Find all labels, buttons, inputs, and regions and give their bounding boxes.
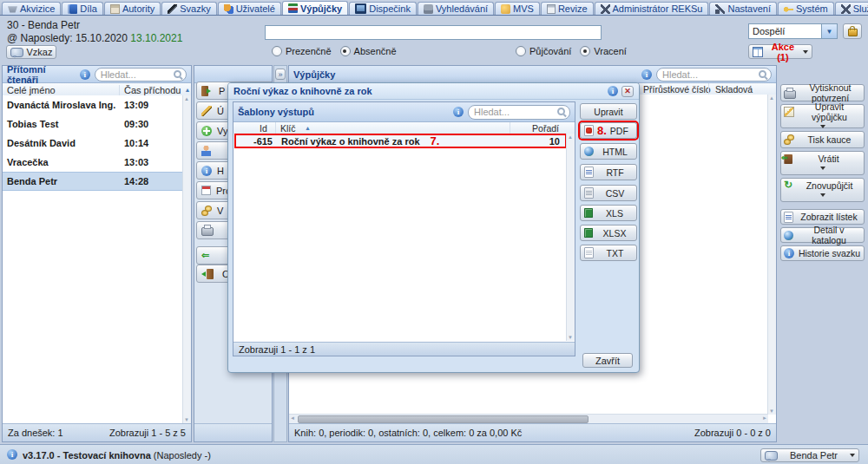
vytisknout-potvrzeni-button[interactable]: Vytisknout potvrzení [780,84,865,101]
info-icon[interactable] [608,86,618,96]
table-row[interactable]: Desátník David 10:14 [3,134,191,153]
tab-revize[interactable]: Revize [541,2,594,15]
vratit-button[interactable]: Vrátit [780,151,865,175]
akce-label: Akce (1) [766,42,799,62]
barcode-input[interactable] [265,25,602,40]
key-icon [784,4,793,14]
tab-administrator-reksu[interactable]: Administrátor REKSu [595,2,709,15]
scroll-right-icon[interactable]: ► [762,415,767,421]
sort-asc-icon: ▲ [305,125,311,131]
radio-pujcovani[interactable] [516,46,526,56]
message-bubble-icon [10,48,23,57]
tab-svazky[interactable]: Svazky [161,2,216,15]
vzkaz-button[interactable]: Vzkaz [6,45,56,59]
status-bar: v3.17.0 - Testovací knihovna (Naposledy … [0,444,868,464]
column-id[interactable]: Id [260,123,267,134]
table-row[interactable]: Dvanáctá Miroslava Ing. 13:09 [3,95,191,114]
tab-sluzba[interactable]: Služba [835,2,868,15]
table-row[interactable]: Tobias Test 09:30 [3,114,191,134]
loans-vscrollbar[interactable] [767,95,776,415]
tab-autority[interactable]: Autority [104,2,161,15]
tab-dispecink[interactable]: Dispečink [349,2,417,15]
loans-hscrollbar[interactable]: ◄ ► [289,414,768,423]
zobrazit-listek-button[interactable]: Zobrazit lístek [780,209,865,225]
button-label: TXT [607,248,624,258]
html-button[interactable]: HTML [580,143,637,160]
calendar-icon [201,186,211,195]
template-row-highlighted[interactable]: -615 Roční výkaz o knihovně za rok 7. 10 [234,134,567,148]
historie-svazku-button[interactable]: Historie svazku [780,245,865,261]
search-icon[interactable] [556,107,567,117]
caret-down-icon [803,50,808,56]
tab-system[interactable]: Systém [778,2,834,15]
tab-uzivatele[interactable]: Uživatelé [218,2,281,15]
xlsx-button[interactable]: XLSX [580,225,637,241]
lock-button[interactable] [843,23,862,39]
info-icon[interactable] [453,107,464,117]
column-key[interactable]: Klíč [280,123,296,134]
loan-action-radios: Půjčování Vracení [516,46,635,56]
column-accession-number[interactable]: Přírůstkové číslo [643,84,711,95]
toolbar-label: H [217,166,224,176]
csv-button[interactable]: CSV [580,185,637,201]
readers-scrollbar[interactable] [182,95,191,423]
tab-vyhledavani[interactable]: Vyhledávání [418,2,494,15]
znovupujcit-button[interactable]: Znovupůjčit [780,178,865,202]
tab-label: Akvizice [20,3,55,14]
radio-vraceni-label: Vracení [594,46,627,56]
tab-label: Vyhledávání [436,3,488,14]
tab-nastaveni[interactable]: Nastavení [709,2,777,15]
radio-prezencne-label: Prezenčně [286,46,332,56]
tab-akvizice[interactable]: Akvizice [2,2,61,15]
button-label: PDF [610,126,628,136]
chevron-down-icon[interactable]: ▼ [821,24,837,38]
info-icon [201,166,212,176]
user-menu-button[interactable]: Benda Petr [760,448,859,462]
pdf-button[interactable]: 8. PDF [580,122,637,139]
loans-footer-summary: Knih: 0, periodik: 0, ostatních: 0, celk… [294,428,522,438]
info-icon[interactable] [641,69,652,80]
version-suffix: (Naposledy -) [154,450,211,461]
info-icon[interactable] [7,449,17,460]
info-icon[interactable] [80,69,90,80]
radio-prezencne[interactable] [272,46,282,56]
loans-search [656,68,772,82]
loan-actions-sidebar: Vytisknout potvrzení Upravit výpůjčku Ti… [779,65,866,442]
tab-vypujcky[interactable]: Výpůjčky [282,1,348,15]
tab-mvs[interactable]: MVS [495,2,540,15]
category-select[interactable]: Dospělí ▼ [748,23,838,39]
xls-button[interactable]: XLS [580,205,637,221]
slip-icon [784,212,793,223]
templates-scrollbar[interactable] [566,134,575,341]
rtf-button[interactable]: RTF [580,164,637,180]
upravit-button[interactable]: Upravit [580,103,637,120]
search-icon[interactable] [173,69,183,80]
table-row[interactable]: Vracečka 13:03 [3,153,191,172]
modal-title-bar[interactable]: Roční výkaz o knihovně za rok ✕ [228,83,639,100]
upravit-vypujcku-button[interactable]: Upravit výpůjčku [780,104,865,128]
column-name[interactable]: Celé jméno [3,85,120,95]
txt-button[interactable]: TXT [580,245,637,261]
detail-v-katalogu-button[interactable]: Detail v katalogu [780,227,865,243]
reader-time: 13:09 [120,100,148,110]
akce-button[interactable]: Akce (1) [748,44,812,59]
collapse-panel-button[interactable]: » [275,69,286,80]
zavrit-button[interactable]: Zavřít [582,353,633,368]
table-row-selected[interactable]: Benda Petr 14:28 [3,172,191,191]
tab-label: Svazky [180,3,210,14]
column-time[interactable]: Čas příchodu [120,85,181,95]
button-label: Tisk kauce [798,134,861,145]
templates-search-input[interactable] [468,105,570,120]
tisk-kauce-button[interactable]: Tisk kauce [780,131,865,148]
tab-dila[interactable]: Díla [62,2,103,15]
caret-down-icon [820,167,825,173]
search-icon[interactable] [758,69,768,80]
radio-absencne[interactable] [340,46,351,56]
loans-search-input[interactable] [656,68,772,82]
scroll-left-icon[interactable]: ◄ [290,415,295,421]
radio-vraceni[interactable] [580,46,590,56]
close-icon[interactable]: ✕ [621,86,634,97]
hscroll-thumb[interactable] [298,415,589,423]
column-order[interactable]: Pořadí [532,123,559,134]
patron-header: 30 - Benda Petr @ Naposledy: 15.10.2020 … [0,15,868,65]
